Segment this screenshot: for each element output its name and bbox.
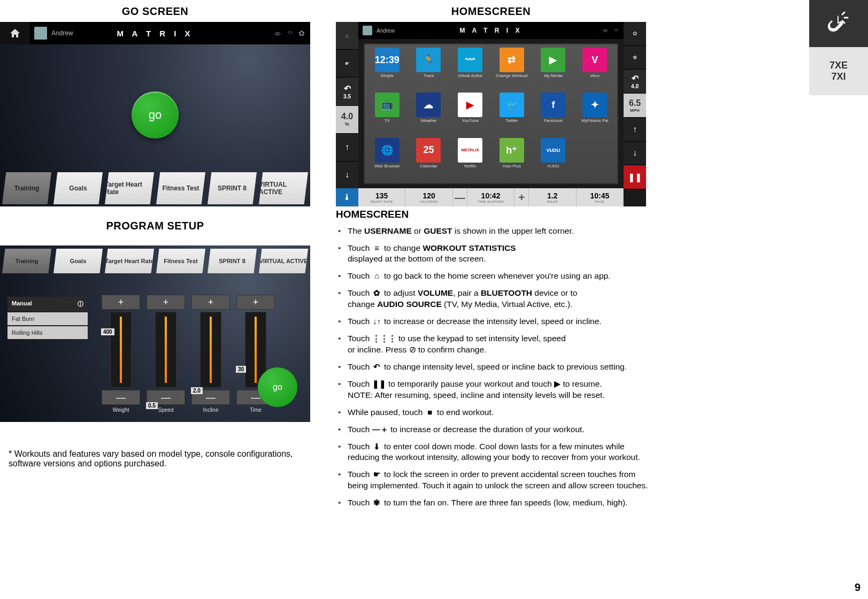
- stats-bar: 135HEART RATE120CALORIES—10:42TIME ELAPS…: [358, 188, 624, 206]
- slider-plus[interactable]: +: [147, 295, 185, 310]
- app-vudu[interactable]: VUDUVUDU: [534, 138, 573, 180]
- tab-virtual-active[interactable]: VIRTUAL ACTIVE: [259, 249, 308, 273]
- menu-manual[interactable]: Manualⓘ: [7, 297, 88, 311]
- gear-icon[interactable]: ✿: [298, 29, 305, 37]
- rail-undo-r[interactable]: ↶4.0: [624, 70, 646, 94]
- menu-fat-burn[interactable]: Fat Burn: [7, 312, 88, 325]
- slider-label: Incline: [191, 407, 230, 413]
- rail-down-left[interactable]: ↓: [336, 162, 358, 189]
- stat-op[interactable]: +: [514, 188, 529, 206]
- instructions-heading: HOMESCREEN: [336, 208, 651, 221]
- app-vevo[interactable]: VVevo: [575, 48, 614, 89]
- hs-bt-icon[interactable]: ⌯: [602, 27, 608, 34]
- slider-label: Time: [236, 407, 275, 413]
- app-facebook[interactable]: fFacebook: [534, 93, 573, 134]
- instructions: HOMESCREEN The USERNAME or GUEST is show…: [336, 208, 651, 514]
- app-simple[interactable]: 12:39Simple: [368, 48, 406, 89]
- slider-track[interactable]: 2.0: [200, 312, 221, 388]
- rail-undo[interactable]: ↶3.5: [336, 78, 358, 105]
- rail-speed[interactable]: 6.5MPH: [624, 94, 646, 118]
- stat-calories: 120CALORIES: [405, 188, 452, 206]
- slider-plus[interactable]: +: [191, 295, 230, 310]
- app-grid: 12:39Simple🏃Track〰Virtual Active⇄Change …: [364, 43, 618, 184]
- app-web-browser[interactable]: 🌐Web Browser: [368, 138, 406, 180]
- hs-wifi-icon[interactable]: ⌔: [614, 27, 618, 34]
- instruction-icon: ■: [425, 407, 435, 418]
- instruction-icon: ↶: [372, 362, 382, 372]
- program-setup-title: PROGRAM SETUP: [0, 220, 310, 232]
- app-twitter[interactable]: 🐦Twitter: [493, 93, 531, 134]
- app-hulu-plus[interactable]: h⁺Hulu Plus: [493, 138, 531, 180]
- app-calendar[interactable]: 25Calendar: [410, 138, 448, 180]
- instruction-icon: ⌂: [372, 271, 382, 281]
- instruction-item: Touch ✿ to adjust VOLUME, pair a BLUETOO…: [348, 288, 651, 310]
- tab-goals[interactable]: Goals: [53, 249, 103, 273]
- home-icon[interactable]: [0, 22, 30, 44]
- app-track[interactable]: 🏃Track: [410, 48, 448, 89]
- app-change-workout[interactable]: ⇄Change Workout: [493, 48, 531, 89]
- touch-tile-icon: [809, 0, 868, 47]
- hs-username: Andrew: [377, 28, 395, 34]
- slider-minus[interactable]: —: [102, 390, 140, 405]
- tab-fitness-test[interactable]: Fitness Test: [156, 249, 205, 273]
- username: Andrew: [51, 29, 73, 37]
- slider-value: 2.0: [191, 387, 203, 394]
- tab-training[interactable]: Training: [2, 249, 51, 273]
- instruction-item: Touch ❚❚ to temporarily pause your worko…: [348, 379, 651, 401]
- program-setup-screen: TrainingGoalsTarget Heart RateFitness Te…: [0, 245, 310, 422]
- instruction-icon: ≡: [372, 243, 382, 254]
- tab-fitness-test[interactable]: Fitness Test: [156, 172, 205, 204]
- hs-logo: M A T R I X: [460, 27, 523, 34]
- go-tabs: TrainingGoalsTarget Heart RateFitness Te…: [0, 172, 310, 206]
- instruction-icon: ↓↑: [372, 316, 382, 327]
- tab-sprint-8[interactable]: SPRINT 8: [208, 249, 257, 273]
- instructions-list: The USERNAME or GUEST is shown in the up…: [348, 226, 651, 509]
- slider-plus[interactable]: +: [236, 295, 275, 310]
- app-weather[interactable]: ☁Weather: [410, 93, 448, 134]
- slider-value: 400: [101, 328, 114, 335]
- rail-up-left[interactable]: ↑: [336, 134, 358, 162]
- stat-op[interactable]: —: [453, 188, 467, 206]
- rail-gear-icon[interactable]: ✿: [624, 22, 646, 46]
- wifi-icon[interactable]: ⌔: [288, 29, 292, 37]
- instruction-item: Touch ☛ to lock the screen in order to p…: [348, 469, 651, 492]
- rail-up-right[interactable]: ↑: [624, 118, 646, 142]
- tab-target-heart-rate[interactable]: Target Heart Rate: [105, 172, 154, 204]
- rail-pct[interactable]: 4.0%: [336, 106, 358, 134]
- app-my-media[interactable]: ▶My Media: [534, 48, 573, 89]
- tab-sprint-8[interactable]: SPRINT 8: [208, 172, 257, 204]
- rail-down-right[interactable]: ↓: [624, 142, 646, 166]
- tab-virtual-active[interactable]: VIRTUAL ACTIVE: [259, 172, 308, 204]
- instruction-item: Touch ≡ to change WORKOUT STATISTICSdisp…: [348, 243, 651, 265]
- menu-rolling-hills[interactable]: Rolling Hills: [7, 326, 88, 339]
- slider-value: 0.5: [146, 402, 158, 409]
- rail-home-icon[interactable]: ⌂: [336, 22, 358, 50]
- slider-track[interactable]: 0.5: [155, 312, 176, 388]
- bluetooth-icon[interactable]: ⌯: [274, 29, 281, 37]
- hs-avatar: [363, 26, 372, 35]
- slider-track[interactable]: 400: [110, 312, 132, 388]
- stat-miles: 1.2MILES: [529, 188, 576, 206]
- app-myfitness-pal[interactable]: ✦MyFitness Pal: [575, 93, 614, 134]
- matrix-logo: M A T R I X: [117, 29, 193, 38]
- stat-pace: 10:45PACE: [577, 188, 624, 206]
- app-virtual-active[interactable]: 〰Virtual Active: [451, 48, 489, 89]
- app-netflix[interactable]: NETFLIXNetflix: [451, 138, 489, 180]
- program-go-button[interactable]: go: [258, 367, 297, 407]
- instruction-item: Touch ⋮⋮⋮ to use the keypad to set inten…: [348, 333, 651, 356]
- slider-label: Weight: [102, 407, 140, 413]
- tab-target-heart-rate[interactable]: Target Heart Rate: [105, 249, 154, 273]
- tab-training[interactable]: Training: [2, 172, 51, 204]
- slider-plus[interactable]: +: [102, 295, 140, 310]
- app-youtube[interactable]: ▶YouTube: [451, 93, 489, 134]
- rail-touch-icon[interactable]: ☛: [336, 50, 358, 78]
- slider-weight: +400—Weight: [102, 295, 140, 413]
- rail-fan-icon[interactable]: ✾: [624, 46, 646, 70]
- instruction-item: Touch ↶ to change intensity level, speed…: [348, 362, 651, 373]
- pause-button[interactable]: ❚❚: [624, 165, 646, 189]
- app-tv[interactable]: 📺TV: [368, 93, 406, 134]
- instruction-icon: ⋮⋮⋮: [372, 333, 396, 344]
- tab-goals[interactable]: Goals: [53, 172, 103, 204]
- cooldown-button[interactable]: 🌡: [336, 188, 359, 206]
- go-button[interactable]: go: [132, 91, 179, 139]
